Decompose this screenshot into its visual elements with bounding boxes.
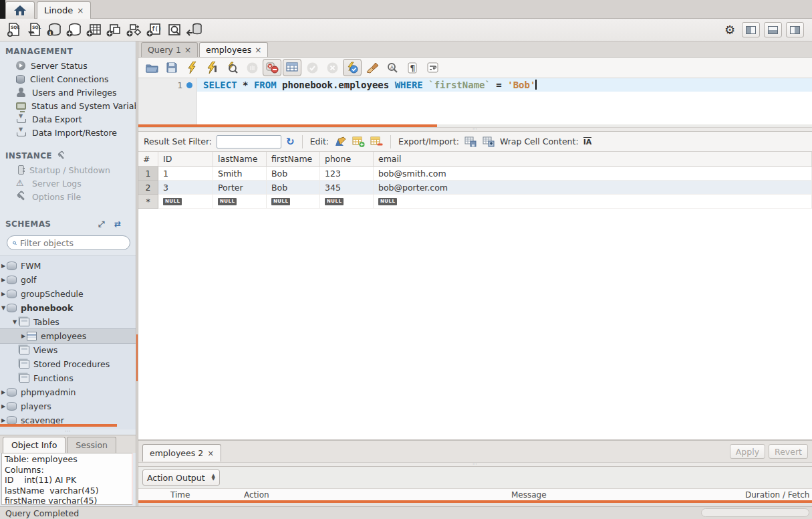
toggle-autocommit-button[interactable] <box>343 59 362 76</box>
tree-expand-arrow-icon[interactable]: ▶ <box>0 263 7 269</box>
grid-cell-null[interactable]: NULL <box>374 195 812 209</box>
grid-cell[interactable]: 123 <box>320 167 374 181</box>
schema-tree-item[interactable]: ▼ phonebook <box>0 301 136 315</box>
show-invisible-characters-button[interactable]: ¶ <box>403 59 422 76</box>
grid-cell[interactable]: 3 <box>158 181 213 195</box>
column-header-firstName[interactable]: firstName <box>267 152 320 166</box>
grid-cell-null[interactable]: NULL <box>213 195 267 209</box>
grid-cell[interactable]: Porter <box>213 181 267 195</box>
sidebar-item[interactable]: ⚠ Server Logs <box>0 177 136 190</box>
schema-tree-item[interactable]: ▶ FWM <box>0 259 136 273</box>
output-type-select[interactable]: Action Output ▲▼ <box>142 470 220 486</box>
row-number-cell[interactable]: 1 <box>138 167 158 181</box>
commit-button[interactable] <box>303 59 321 76</box>
create-view-button[interactable] <box>104 21 124 39</box>
toggle-secondary-sidebar-button[interactable] <box>786 22 804 37</box>
sidebar-item[interactable]: Data Import/Restore <box>0 126 136 139</box>
table-row[interactable]: 11SmithBob123bob@smith.com <box>138 167 812 181</box>
schema-inspector-button[interactable]: i <box>44 21 64 39</box>
schema-tree-item[interactable]: Stored Procedures <box>0 357 136 371</box>
toggle-output-button[interactable] <box>764 22 782 37</box>
create-function-button[interactable]: f() <box>144 21 164 39</box>
import-recordset-icon[interactable] <box>482 136 495 148</box>
toggle-stop-on-error-button[interactable] <box>263 59 281 76</box>
execute-current-statement-button[interactable] <box>202 59 221 76</box>
wrap-cell-content-icon[interactable]: IA <box>583 137 592 146</box>
tree-expand-arrow-icon[interactable]: ▼ <box>0 305 7 311</box>
row-number-cell[interactable]: 2 <box>138 181 158 195</box>
grid-cell[interactable]: Bob <box>267 181 320 195</box>
sidebar-item[interactable]: Client Connections <box>0 72 136 86</box>
column-header-lastName[interactable]: lastName <box>213 152 267 166</box>
tree-expand-arrow-icon[interactable]: ▶ <box>20 333 27 339</box>
toggle-word-wrap-button[interactable] <box>423 59 442 76</box>
open-file-button[interactable] <box>142 59 161 76</box>
grid-cell-null[interactable]: NULL <box>320 195 374 209</box>
execute-query-button[interactable] <box>182 59 201 76</box>
create-table-button[interactable] <box>84 21 104 39</box>
schema-tree-item[interactable]: ▶ employees <box>0 329 136 343</box>
row-number-cell[interactable]: * <box>138 195 158 209</box>
tab-session[interactable]: Session <box>67 437 116 453</box>
tree-expand-arrow-icon[interactable]: ▼ <box>11 319 18 325</box>
explain-plan-button[interactable] <box>223 59 241 76</box>
refresh-icon[interactable]: ↻ <box>286 136 295 148</box>
column-header-ID[interactable]: ID <box>158 152 213 166</box>
open-sql-script-button[interactable]: SQL <box>24 21 44 39</box>
revert-button[interactable]: Revert <box>769 444 808 459</box>
sidebar-splitter-grip[interactable]: ⋯ <box>0 429 136 435</box>
close-icon[interactable]: × <box>207 449 214 458</box>
new-row-placeholder[interactable]: *NULLNULLNULLNULLNULL <box>138 195 812 209</box>
sidebar-item[interactable]: Options File <box>0 190 136 203</box>
gear-icon[interactable]: ⚙ <box>722 23 738 37</box>
editor-code-area[interactable]: SELECT * FROM phonebook.employees WHERE … <box>197 78 812 124</box>
toggle-limit-rows-button[interactable] <box>283 59 301 76</box>
tab-query-1[interactable]: Query 1 × <box>141 42 198 57</box>
grid-cell[interactable]: bob@porter.com <box>374 181 812 195</box>
column-header-row-number[interactable]: # <box>138 152 158 166</box>
grid-cell-null[interactable]: NULL <box>158 195 213 209</box>
tree-expand-arrow-icon[interactable]: ▶ <box>0 291 7 297</box>
editor-result-splitter[interactable]: ⋯ <box>138 127 812 132</box>
horizontal-scrollbar-thumb[interactable] <box>701 508 809 517</box>
sidebar-item[interactable]: Startup / Shutdown <box>0 163 136 177</box>
grid-cell-null[interactable]: NULL <box>267 195 320 209</box>
output-splitter[interactable]: ⋯ <box>138 462 812 467</box>
tree-expand-arrow-icon[interactable]: ▶ <box>0 277 7 283</box>
home-tab[interactable] <box>5 1 35 19</box>
table-row[interactable]: 23PorterBob345bob@porter.com <box>138 181 812 195</box>
find-button[interactable]: A <box>383 59 402 76</box>
close-icon[interactable]: × <box>184 45 191 55</box>
schema-tree-item[interactable]: ▶ phpmyadmin <box>0 385 136 399</box>
tab-employees[interactable]: employees × <box>199 42 268 57</box>
sidebar-item[interactable]: Server Status <box>0 59 136 72</box>
refresh-schemas-icon[interactable]: ⇄ <box>114 219 125 229</box>
tree-expand-arrow-icon[interactable]: ▶ <box>0 403 7 409</box>
delete-row-icon[interactable] <box>370 136 383 148</box>
schema-tree-item[interactable]: Functions <box>0 371 136 385</box>
column-header-phone[interactable]: phone <box>320 152 374 166</box>
expand-schemas-icon[interactable] <box>98 219 109 229</box>
tree-expand-arrow-icon[interactable]: ▶ <box>0 417 7 423</box>
insert-row-icon[interactable] <box>352 136 365 148</box>
result-tab-employees-2[interactable]: employees 2 × <box>142 444 221 461</box>
sql-code-editor[interactable]: 1 SELECT * FROM phonebook.employees WHER… <box>138 78 812 124</box>
schema-tree-item[interactable]: ▶ golf <box>0 273 136 287</box>
grid-cell[interactable]: 1 <box>158 167 213 181</box>
rollback-button[interactable] <box>323 59 342 76</box>
save-button[interactable] <box>162 59 181 76</box>
column-header-email[interactable]: email <box>374 152 812 166</box>
tree-expand-arrow-icon[interactable]: ▶ <box>0 389 7 395</box>
connection-tab-linode[interactable]: Linode × <box>37 1 91 19</box>
sidebar-item[interactable]: Data Export <box>0 112 136 126</box>
export-recordset-icon[interactable] <box>464 136 477 148</box>
edit-cell-icon[interactable] <box>333 136 347 148</box>
data-transfer-button[interactable] <box>184 21 205 39</box>
result-filter-input[interactable] <box>217 135 281 148</box>
grid-cell[interactable]: 345 <box>320 181 374 195</box>
toggle-sidebar-button[interactable] <box>742 22 760 37</box>
schema-tree-item[interactable]: ▶ players <box>0 399 136 413</box>
stop-query-button[interactable] <box>243 59 261 76</box>
create-procedure-button[interactable] <box>124 21 144 39</box>
close-icon[interactable]: × <box>255 45 261 55</box>
